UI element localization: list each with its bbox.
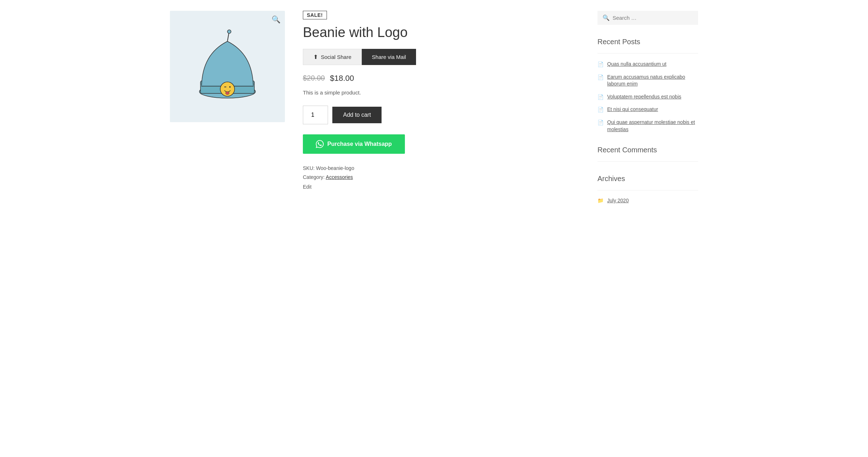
sku-value: Woo-beanie-logo bbox=[316, 165, 354, 171]
recent-post-link[interactable]: Voluptatem repellendus est nobis bbox=[607, 93, 681, 101]
list-item: 📄 Voluptatem repellendus est nobis bbox=[597, 93, 698, 101]
post-icon: 📄 bbox=[597, 94, 604, 100]
category-link[interactable]: Accessories bbox=[326, 174, 353, 180]
sidebar: 🔍 Recent Posts 📄 Quas nulla accusantium … bbox=[597, 11, 698, 207]
add-to-cart-button[interactable]: Add to cart bbox=[332, 107, 382, 123]
recent-posts-divider bbox=[597, 53, 698, 54]
list-item: 📄 Quas nulla accusantium ut bbox=[597, 61, 698, 68]
search-icon: 🔍 bbox=[602, 14, 610, 21]
post-icon: 📄 bbox=[597, 120, 604, 125]
social-share-button[interactable]: ⬆ Social Share bbox=[303, 49, 362, 65]
list-item: 📄 Et nisi qui consequatur bbox=[597, 106, 698, 113]
mail-share-label: Share via Mail bbox=[372, 54, 406, 60]
price-section: $20.00 $18.00 bbox=[303, 74, 576, 83]
archives-divider bbox=[597, 190, 698, 190]
product-image-box: 🔍 bbox=[170, 11, 285, 122]
recent-posts-title: Recent Posts bbox=[597, 38, 698, 46]
category-row: Category: Accessories bbox=[303, 173, 576, 182]
share-via-mail-button[interactable]: Share via Mail bbox=[362, 49, 416, 65]
quantity-cart-section: Add to cart bbox=[303, 106, 576, 124]
list-item: 📁 July 2020 bbox=[597, 198, 698, 203]
product-details: SALE! Beanie with Logo ⬆ Social Share Sh… bbox=[303, 11, 576, 207]
recent-post-link[interactable]: Et nisi qui consequatur bbox=[607, 106, 658, 113]
archives-list: 📁 July 2020 bbox=[597, 198, 698, 203]
post-icon: 📄 bbox=[597, 74, 604, 80]
whatsapp-purchase-button[interactable]: Purchase via Whatsapp bbox=[303, 134, 405, 154]
sale-price: $18.00 bbox=[330, 74, 354, 83]
recent-posts-list: 📄 Quas nulla accusantium ut 📄 Earum accu… bbox=[597, 61, 698, 133]
archive-link[interactable]: July 2020 bbox=[607, 198, 629, 203]
original-price: $20.00 bbox=[303, 74, 325, 82]
recent-comments-title: Recent Comments bbox=[597, 146, 698, 154]
search-input[interactable] bbox=[613, 15, 693, 21]
edit-link[interactable]: Edit bbox=[303, 184, 576, 190]
whatsapp-icon bbox=[316, 140, 324, 148]
recent-comments-divider bbox=[597, 161, 698, 162]
social-share-label: Social Share bbox=[321, 54, 351, 60]
zoom-icon[interactable]: 🔍 bbox=[272, 15, 281, 24]
category-label: Category: bbox=[303, 174, 325, 180]
search-box: 🔍 bbox=[597, 11, 698, 25]
recent-post-link[interactable]: Quas nulla accusantium ut bbox=[607, 61, 666, 68]
archives-section: Archives 📁 July 2020 bbox=[597, 175, 698, 203]
svg-point-7 bbox=[229, 86, 231, 88]
product-title: Beanie with Logo bbox=[303, 24, 576, 41]
list-item: 📄 Qui quae aspernatur molestiae nobis et… bbox=[597, 119, 698, 133]
recent-post-link[interactable]: Earum accusamus natus explicabo laborum … bbox=[607, 74, 698, 88]
archives-title: Archives bbox=[597, 175, 698, 183]
sale-badge: SALE! bbox=[303, 11, 327, 19]
share-icon: ⬆ bbox=[313, 54, 318, 60]
svg-line-3 bbox=[227, 33, 229, 41]
product-image bbox=[191, 25, 263, 108]
product-meta: SKU: Woo-beanie-logo Category: Accessori… bbox=[303, 164, 576, 182]
recent-comments-section: Recent Comments bbox=[597, 146, 698, 162]
product-description: This is a simple product. bbox=[303, 89, 576, 96]
recent-post-link[interactable]: Qui quae aspernatur molestiae nobis et m… bbox=[607, 119, 698, 133]
post-icon: 📄 bbox=[597, 107, 604, 112]
quantity-input[interactable] bbox=[303, 106, 328, 124]
add-to-cart-label: Add to cart bbox=[343, 112, 371, 118]
folder-icon: 📁 bbox=[597, 198, 604, 203]
list-item: 📄 Earum accusamus natus explicabo laboru… bbox=[597, 74, 698, 88]
post-icon: 📄 bbox=[597, 61, 604, 67]
svg-point-4 bbox=[227, 30, 231, 33]
share-buttons-group: ⬆ Social Share Share via Mail bbox=[303, 49, 576, 65]
whatsapp-purchase-label: Purchase via Whatsapp bbox=[327, 141, 392, 147]
sku-label: SKU: bbox=[303, 165, 315, 171]
product-image-section: 🔍 bbox=[170, 11, 285, 207]
sku-row: SKU: Woo-beanie-logo bbox=[303, 164, 576, 173]
